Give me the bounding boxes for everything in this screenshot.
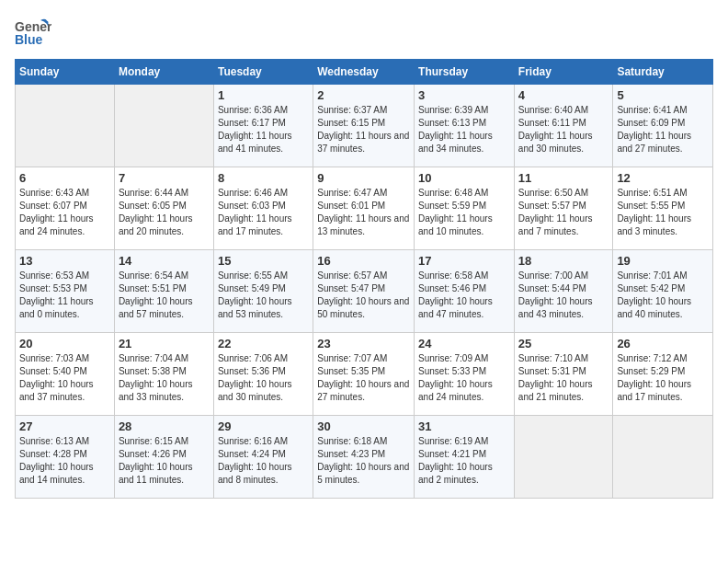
day-info: Sunrise: 6:55 AMSunset: 5:49 PMDaylight:… <box>218 270 309 321</box>
day-number: 16 <box>317 254 410 268</box>
day-header-saturday: Saturday <box>613 60 713 85</box>
calendar-cell: 28Sunrise: 6:15 AMSunset: 4:26 PMDayligh… <box>114 416 213 499</box>
day-info: Sunrise: 6:54 AMSunset: 5:51 PMDaylight:… <box>119 270 210 321</box>
calendar-cell: 11Sunrise: 6:50 AMSunset: 5:57 PMDayligh… <box>514 167 613 250</box>
calendar-cell: 15Sunrise: 6:55 AMSunset: 5:49 PMDayligh… <box>213 250 313 333</box>
day-info: Sunrise: 7:03 AMSunset: 5:40 PMDaylight:… <box>19 352 110 404</box>
calendar-cell: 14Sunrise: 6:54 AMSunset: 5:51 PMDayligh… <box>114 250 213 333</box>
logo: General Blue <box>15 15 51 52</box>
day-number: 20 <box>19 337 110 350</box>
day-info: Sunrise: 7:09 AMSunset: 5:33 PMDaylight:… <box>418 352 510 404</box>
calendar-cell: 27Sunrise: 6:13 AMSunset: 4:28 PMDayligh… <box>16 416 115 499</box>
day-number: 4 <box>518 88 609 102</box>
calendar-cell: 3Sunrise: 6:39 AMSunset: 6:13 PMDaylight… <box>415 85 515 167</box>
week-row-5: 27Sunrise: 6:13 AMSunset: 4:28 PMDayligh… <box>16 416 713 499</box>
day-info: Sunrise: 7:10 AMSunset: 5:31 PMDaylight:… <box>518 352 609 404</box>
calendar-cell: 9Sunrise: 6:47 AMSunset: 6:01 PMDaylight… <box>313 167 415 250</box>
day-header-monday: Monday <box>114 60 213 85</box>
day-info: Sunrise: 6:39 AMSunset: 6:13 PMDaylight:… <box>418 104 510 155</box>
day-number: 7 <box>119 171 210 185</box>
calendar-cell: 29Sunrise: 6:16 AMSunset: 4:24 PMDayligh… <box>213 416 313 499</box>
calendar-table: SundayMondayTuesdayWednesdayThursdayFrid… <box>15 59 713 499</box>
day-number: 28 <box>119 419 210 433</box>
calendar-cell: 6Sunrise: 6:43 AMSunset: 6:07 PMDaylight… <box>16 167 115 250</box>
calendar-cell: 30Sunrise: 6:18 AMSunset: 4:23 PMDayligh… <box>313 416 415 499</box>
week-row-3: 13Sunrise: 6:53 AMSunset: 5:53 PMDayligh… <box>16 250 713 333</box>
day-info: Sunrise: 6:16 AMSunset: 4:24 PMDaylight:… <box>218 435 309 487</box>
day-number: 6 <box>19 171 110 185</box>
calendar-cell: 10Sunrise: 6:48 AMSunset: 5:59 PMDayligh… <box>415 167 515 250</box>
day-info: Sunrise: 6:13 AMSunset: 4:28 PMDaylight:… <box>19 435 110 487</box>
calendar-cell: 17Sunrise: 6:58 AMSunset: 5:46 PMDayligh… <box>415 250 515 333</box>
calendar-cell <box>613 416 713 499</box>
day-info: Sunrise: 6:41 AMSunset: 6:09 PMDaylight:… <box>617 104 709 155</box>
day-info: Sunrise: 6:44 AMSunset: 6:05 PMDaylight:… <box>119 187 210 238</box>
day-info: Sunrise: 6:40 AMSunset: 6:11 PMDaylight:… <box>518 104 609 155</box>
days-header-row: SundayMondayTuesdayWednesdayThursdayFrid… <box>16 60 713 85</box>
calendar-cell: 24Sunrise: 7:09 AMSunset: 5:33 PMDayligh… <box>415 333 515 416</box>
day-number: 22 <box>218 337 309 350</box>
day-number: 1 <box>218 88 309 102</box>
day-info: Sunrise: 6:53 AMSunset: 5:53 PMDaylight:… <box>19 270 110 321</box>
day-number: 12 <box>617 171 709 185</box>
day-number: 25 <box>518 337 609 350</box>
calendar-cell: 23Sunrise: 7:07 AMSunset: 5:35 PMDayligh… <box>313 333 415 416</box>
day-info: Sunrise: 6:51 AMSunset: 5:55 PMDaylight:… <box>617 187 709 238</box>
week-row-4: 20Sunrise: 7:03 AMSunset: 5:40 PMDayligh… <box>16 333 713 416</box>
day-info: Sunrise: 6:50 AMSunset: 5:57 PMDaylight:… <box>518 187 609 238</box>
day-number: 31 <box>418 419 510 433</box>
day-info: Sunrise: 7:12 AMSunset: 5:29 PMDaylight:… <box>617 352 709 404</box>
calendar-cell: 18Sunrise: 7:00 AMSunset: 5:44 PMDayligh… <box>514 250 613 333</box>
day-number: 23 <box>317 337 410 350</box>
calendar-cell: 25Sunrise: 7:10 AMSunset: 5:31 PMDayligh… <box>514 333 613 416</box>
day-number: 8 <box>218 171 309 185</box>
day-info: Sunrise: 6:18 AMSunset: 4:23 PMDaylight:… <box>317 435 410 487</box>
day-header-sunday: Sunday <box>16 60 115 85</box>
day-info: Sunrise: 6:37 AMSunset: 6:15 PMDaylight:… <box>317 104 410 155</box>
svg-text:Blue: Blue <box>15 32 43 47</box>
day-info: Sunrise: 6:48 AMSunset: 5:59 PMDaylight:… <box>418 187 510 238</box>
day-number: 14 <box>119 254 210 268</box>
day-info: Sunrise: 6:43 AMSunset: 6:07 PMDaylight:… <box>19 187 110 238</box>
day-number: 30 <box>317 419 410 433</box>
day-number: 26 <box>617 337 709 350</box>
day-info: Sunrise: 6:57 AMSunset: 5:47 PMDaylight:… <box>317 270 410 321</box>
day-number: 19 <box>617 254 709 268</box>
calendar-cell: 1Sunrise: 6:36 AMSunset: 6:17 PMDaylight… <box>213 85 313 167</box>
week-row-2: 6Sunrise: 6:43 AMSunset: 6:07 PMDaylight… <box>16 167 713 250</box>
calendar-cell: 8Sunrise: 6:46 AMSunset: 6:03 PMDaylight… <box>213 167 313 250</box>
day-number: 13 <box>19 254 110 268</box>
day-number: 11 <box>518 171 609 185</box>
day-number: 24 <box>418 337 510 350</box>
day-info: Sunrise: 6:46 AMSunset: 6:03 PMDaylight:… <box>218 187 309 238</box>
day-number: 9 <box>317 171 410 185</box>
day-number: 5 <box>617 88 709 102</box>
calendar-cell: 31Sunrise: 6:19 AMSunset: 4:21 PMDayligh… <box>415 416 515 499</box>
day-header-tuesday: Tuesday <box>213 60 313 85</box>
day-info: Sunrise: 7:07 AMSunset: 5:35 PMDaylight:… <box>317 352 410 404</box>
day-info: Sunrise: 6:15 AMSunset: 4:26 PMDaylight:… <box>119 435 210 487</box>
day-info: Sunrise: 6:19 AMSunset: 4:21 PMDaylight:… <box>418 435 510 487</box>
day-info: Sunrise: 7:06 AMSunset: 5:36 PMDaylight:… <box>218 352 309 404</box>
day-header-wednesday: Wednesday <box>313 60 415 85</box>
day-number: 17 <box>418 254 510 268</box>
logo-icon: General Blue <box>15 15 51 52</box>
day-info: Sunrise: 7:00 AMSunset: 5:44 PMDaylight:… <box>518 270 609 321</box>
calendar-cell: 20Sunrise: 7:03 AMSunset: 5:40 PMDayligh… <box>16 333 115 416</box>
day-number: 18 <box>518 254 609 268</box>
calendar-cell: 2Sunrise: 6:37 AMSunset: 6:15 PMDaylight… <box>313 85 415 167</box>
day-info: Sunrise: 7:01 AMSunset: 5:42 PMDaylight:… <box>617 270 709 321</box>
calendar-cell <box>514 416 613 499</box>
day-number: 21 <box>119 337 210 350</box>
calendar-cell: 7Sunrise: 6:44 AMSunset: 6:05 PMDaylight… <box>114 167 213 250</box>
day-number: 2 <box>317 88 410 102</box>
day-header-friday: Friday <box>514 60 613 85</box>
calendar-cell: 26Sunrise: 7:12 AMSunset: 5:29 PMDayligh… <box>613 333 713 416</box>
week-row-1: 1Sunrise: 6:36 AMSunset: 6:17 PMDaylight… <box>16 85 713 167</box>
day-number: 27 <box>19 419 110 433</box>
calendar-cell: 16Sunrise: 6:57 AMSunset: 5:47 PMDayligh… <box>313 250 415 333</box>
calendar-cell <box>16 85 115 167</box>
day-info: Sunrise: 7:04 AMSunset: 5:38 PMDaylight:… <box>119 352 210 404</box>
page-header: General Blue <box>15 15 713 52</box>
calendar-cell: 4Sunrise: 6:40 AMSunset: 6:11 PMDaylight… <box>514 85 613 167</box>
